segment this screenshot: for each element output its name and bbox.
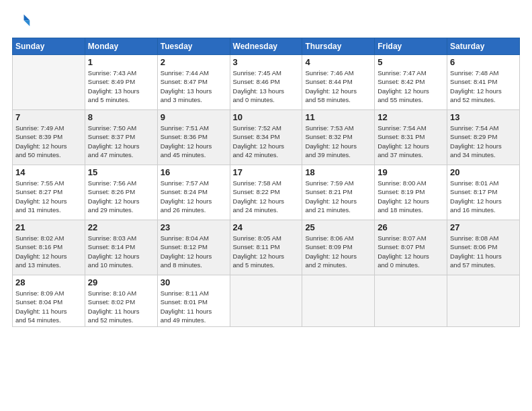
calendar-cell: 26Sunrise: 8:07 AMSunset: 8:07 PMDayligh… — [375, 220, 447, 275]
day-number: 19 — [378, 167, 444, 177]
day-number: 20 — [450, 167, 517, 177]
calendar-cell: 28Sunrise: 8:09 AMSunset: 8:04 PMDayligh… — [13, 275, 85, 327]
day-info: Sunrise: 7:47 AMSunset: 8:42 PMDaylight:… — [378, 68, 444, 104]
calendar-cell: 21Sunrise: 8:02 AMSunset: 8:16 PMDayligh… — [13, 220, 85, 275]
calendar-cell: 19Sunrise: 8:00 AMSunset: 8:19 PMDayligh… — [375, 165, 447, 220]
calendar-cell — [375, 275, 447, 327]
calendar-cell: 29Sunrise: 8:10 AMSunset: 8:02 PMDayligh… — [85, 275, 157, 327]
calendar-cell: 16Sunrise: 7:57 AMSunset: 8:24 PMDayligh… — [157, 165, 230, 220]
calendar-cell: 30Sunrise: 8:11 AMSunset: 8:01 PMDayligh… — [157, 275, 230, 327]
calendar-cell: 23Sunrise: 8:04 AMSunset: 8:12 PMDayligh… — [157, 220, 230, 275]
logo — [12, 12, 34, 31]
day-number: 3 — [233, 57, 300, 67]
calendar-cell: 15Sunrise: 7:56 AMSunset: 8:26 PMDayligh… — [85, 165, 157, 220]
calendar-cell: 27Sunrise: 8:08 AMSunset: 8:06 PMDayligh… — [447, 220, 520, 275]
day-info: Sunrise: 7:58 AMSunset: 8:22 PMDaylight:… — [233, 179, 300, 214]
svg-marker-0 — [24, 15, 30, 21]
day-number: 13 — [450, 112, 517, 122]
calendar-row-2: 14Sunrise: 7:55 AMSunset: 8:27 PMDayligh… — [13, 165, 520, 220]
day-info: Sunrise: 7:59 AMSunset: 8:21 PMDaylight:… — [305, 179, 371, 214]
calendar-cell: 1Sunrise: 7:43 AMSunset: 8:49 PMDaylight… — [85, 55, 157, 110]
calendar-cell: 3Sunrise: 7:45 AMSunset: 8:46 PMDaylight… — [230, 55, 302, 110]
day-info: Sunrise: 8:00 AMSunset: 8:19 PMDaylight:… — [378, 179, 444, 214]
day-number: 22 — [88, 222, 154, 232]
day-number: 11 — [305, 112, 371, 122]
calendar-row-0: 1Sunrise: 7:43 AMSunset: 8:49 PMDaylight… — [13, 55, 520, 110]
day-info: Sunrise: 7:56 AMSunset: 8:26 PMDaylight:… — [88, 179, 154, 214]
calendar-cell: 10Sunrise: 7:52 AMSunset: 8:34 PMDayligh… — [230, 110, 302, 165]
col-header-monday: Monday — [85, 38, 157, 55]
day-info: Sunrise: 7:49 AMSunset: 8:39 PMDaylight:… — [15, 124, 82, 159]
calendar-cell: 5Sunrise: 7:47 AMSunset: 8:42 PMDaylight… — [375, 55, 447, 110]
calendar-cell: 2Sunrise: 7:44 AMSunset: 8:47 PMDaylight… — [157, 55, 230, 110]
day-number: 5 — [378, 57, 444, 67]
day-number: 27 — [450, 222, 517, 232]
day-info: Sunrise: 8:10 AMSunset: 8:02 PMDaylight:… — [88, 289, 154, 324]
day-info: Sunrise: 7:55 AMSunset: 8:27 PMDaylight:… — [15, 179, 82, 214]
calendar-row-1: 7Sunrise: 7:49 AMSunset: 8:39 PMDaylight… — [13, 110, 520, 165]
calendar-cell: 11Sunrise: 7:53 AMSunset: 8:32 PMDayligh… — [302, 110, 375, 165]
col-header-tuesday: Tuesday — [157, 38, 230, 55]
calendar-table: SundayMondayTuesdayWednesdayThursdayFrid… — [12, 38, 520, 327]
day-info: Sunrise: 8:01 AMSunset: 8:17 PMDaylight:… — [450, 179, 517, 214]
page: SundayMondayTuesdayWednesdayThursdayFrid… — [0, 0, 532, 411]
logo-icon — [12, 12, 31, 31]
day-info: Sunrise: 8:06 AMSunset: 8:09 PMDaylight:… — [305, 234, 371, 269]
day-number: 7 — [15, 112, 82, 122]
calendar-cell: 12Sunrise: 7:54 AMSunset: 8:31 PMDayligh… — [375, 110, 447, 165]
calendar-cell: 18Sunrise: 7:59 AMSunset: 8:21 PMDayligh… — [302, 165, 375, 220]
day-number: 28 — [15, 277, 82, 287]
col-header-thursday: Thursday — [302, 38, 375, 55]
day-info: Sunrise: 8:11 AMSunset: 8:01 PMDaylight:… — [161, 289, 227, 324]
calendar-cell: 22Sunrise: 8:03 AMSunset: 8:14 PMDayligh… — [85, 220, 157, 275]
day-number: 16 — [161, 167, 227, 177]
day-number: 30 — [161, 277, 227, 287]
day-info: Sunrise: 8:02 AMSunset: 8:16 PMDaylight:… — [15, 234, 82, 269]
day-info: Sunrise: 8:08 AMSunset: 8:06 PMDaylight:… — [450, 234, 517, 269]
day-info: Sunrise: 7:54 AMSunset: 8:31 PMDaylight:… — [378, 124, 444, 159]
calendar-cell: 4Sunrise: 7:46 AMSunset: 8:44 PMDaylight… — [302, 55, 375, 110]
day-number: 4 — [305, 57, 371, 67]
day-number: 21 — [15, 222, 82, 232]
calendar-cell: 24Sunrise: 8:05 AMSunset: 8:11 PMDayligh… — [230, 220, 302, 275]
calendar-cell — [230, 275, 302, 327]
day-info: Sunrise: 7:43 AMSunset: 8:49 PMDaylight:… — [88, 68, 154, 104]
day-info: Sunrise: 7:46 AMSunset: 8:44 PMDaylight:… — [305, 68, 371, 104]
calendar-cell: 13Sunrise: 7:54 AMSunset: 8:29 PMDayligh… — [447, 110, 520, 165]
calendar-cell: 7Sunrise: 7:49 AMSunset: 8:39 PMDaylight… — [13, 110, 85, 165]
day-info: Sunrise: 7:57 AMSunset: 8:24 PMDaylight:… — [161, 179, 227, 214]
day-number: 15 — [88, 167, 154, 177]
calendar-cell: 17Sunrise: 7:58 AMSunset: 8:22 PMDayligh… — [230, 165, 302, 220]
day-number: 8 — [88, 112, 154, 122]
day-number: 9 — [161, 112, 227, 122]
calendar-cell: 9Sunrise: 7:51 AMSunset: 8:36 PMDaylight… — [157, 110, 230, 165]
day-number: 26 — [378, 222, 444, 232]
day-number: 29 — [88, 277, 154, 287]
day-number: 2 — [161, 57, 227, 67]
day-number: 14 — [15, 167, 82, 177]
day-info: Sunrise: 8:04 AMSunset: 8:12 PMDaylight:… — [161, 234, 227, 269]
day-info: Sunrise: 7:52 AMSunset: 8:34 PMDaylight:… — [233, 124, 300, 159]
day-info: Sunrise: 8:09 AMSunset: 8:04 PMDaylight:… — [15, 289, 82, 324]
day-info: Sunrise: 7:45 AMSunset: 8:46 PMDaylight:… — [233, 68, 300, 104]
calendar-cell: 6Sunrise: 7:48 AMSunset: 8:41 PMDaylight… — [447, 55, 520, 110]
day-info: Sunrise: 8:07 AMSunset: 8:07 PMDaylight:… — [378, 234, 444, 269]
day-number: 6 — [450, 57, 517, 67]
calendar-cell — [302, 275, 375, 327]
day-info: Sunrise: 7:48 AMSunset: 8:41 PMDaylight:… — [450, 68, 517, 104]
day-number: 12 — [378, 112, 444, 122]
calendar-cell — [13, 55, 85, 110]
svg-marker-1 — [24, 20, 30, 26]
day-number: 23 — [161, 222, 227, 232]
col-header-saturday: Saturday — [447, 38, 520, 55]
day-number: 25 — [305, 222, 371, 232]
col-header-wednesday: Wednesday — [230, 38, 302, 55]
header — [12, 12, 520, 31]
calendar-row-4: 28Sunrise: 8:09 AMSunset: 8:04 PMDayligh… — [13, 275, 520, 327]
day-info: Sunrise: 7:44 AMSunset: 8:47 PMDaylight:… — [161, 68, 227, 104]
day-number: 1 — [88, 57, 154, 67]
day-number: 18 — [305, 167, 371, 177]
day-info: Sunrise: 8:05 AMSunset: 8:11 PMDaylight:… — [233, 234, 300, 269]
day-number: 10 — [233, 112, 300, 122]
day-number: 24 — [233, 222, 300, 232]
